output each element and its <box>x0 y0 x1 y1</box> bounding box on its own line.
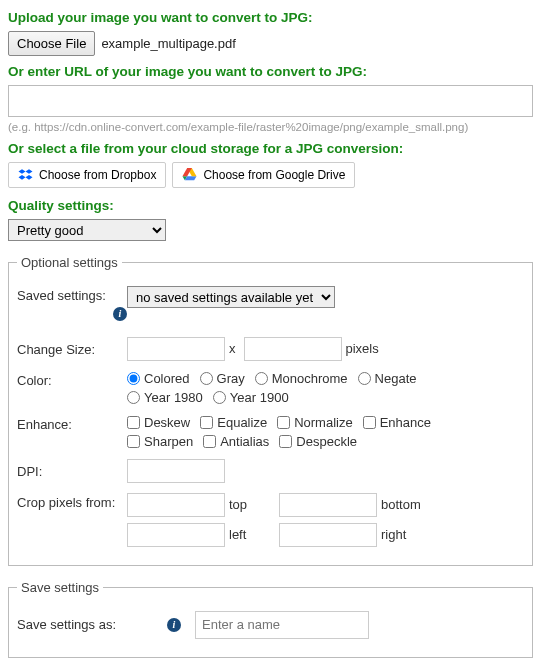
quality-heading: Quality settings: <box>8 198 533 213</box>
size-unit: pixels <box>346 341 379 356</box>
dpi-label: DPI: <box>17 462 127 479</box>
enhance-check-deskew[interactable] <box>127 416 140 429</box>
choose-file-button[interactable]: Choose File <box>8 31 95 56</box>
dropbox-button[interactable]: Choose from Dropbox <box>8 162 166 188</box>
dropbox-button-label: Choose from Dropbox <box>39 168 156 182</box>
url-heading: Or enter URL of your image you want to c… <box>8 64 533 79</box>
enhance-label: Enhance: <box>17 415 127 432</box>
height-input[interactable] <box>244 337 342 361</box>
enhance-check-equalize[interactable] <box>200 416 213 429</box>
crop-bottom-label: bottom <box>381 497 421 512</box>
info-icon[interactable]: i <box>167 618 181 632</box>
quality-select[interactable]: Pretty good <box>8 219 166 241</box>
crop-left-label: left <box>229 527 271 542</box>
save-settings-fieldset: Save settings Save settings as: i <box>8 580 533 658</box>
color-radio-year1900[interactable] <box>213 391 226 404</box>
color-radio-colored[interactable] <box>127 372 140 385</box>
saved-settings-select[interactable]: no saved settings available yet <box>127 286 335 308</box>
color-label: Color: <box>17 371 127 388</box>
gdrive-button[interactable]: Choose from Google Drive <box>172 162 355 188</box>
selected-file-name: example_multipage.pdf <box>101 36 235 51</box>
url-hint: (e.g. https://cdn.online-convert.com/exa… <box>8 121 533 133</box>
enhance-check-group: Deskew Equalize Normalize Enhance Sharpe… <box>127 415 487 449</box>
crop-right-label: right <box>381 527 406 542</box>
save-settings-input[interactable] <box>195 611 369 639</box>
cloud-heading: Or select a file from your cloud storage… <box>8 141 533 156</box>
color-radio-negate[interactable] <box>358 372 371 385</box>
google-drive-icon <box>182 168 197 182</box>
size-separator: x <box>229 341 236 356</box>
color-radio-group: Colored Gray Monochrome Negate Year 1980… <box>127 371 487 405</box>
save-settings-label: Save settings as: <box>17 617 167 632</box>
save-settings-legend: Save settings <box>17 580 103 595</box>
color-radio-gray[interactable] <box>200 372 213 385</box>
dpi-input[interactable] <box>127 459 225 483</box>
enhance-check-despeckle[interactable] <box>279 435 292 448</box>
change-size-label: Change Size: <box>17 340 127 357</box>
url-input[interactable] <box>8 85 533 117</box>
color-radio-year1980[interactable] <box>127 391 140 404</box>
crop-top-label: top <box>229 497 271 512</box>
enhance-check-sharpen[interactable] <box>127 435 140 448</box>
optional-settings-legend: Optional settings <box>17 255 122 270</box>
dropbox-icon <box>18 168 33 182</box>
width-input[interactable] <box>127 337 225 361</box>
crop-bottom-input[interactable] <box>279 493 377 517</box>
crop-left-input[interactable] <box>127 523 225 547</box>
enhance-check-normalize[interactable] <box>277 416 290 429</box>
gdrive-button-label: Choose from Google Drive <box>203 168 345 182</box>
crop-top-input[interactable] <box>127 493 225 517</box>
upload-heading: Upload your image you want to convert to… <box>8 10 533 25</box>
saved-settings-label: Saved settings: <box>17 288 106 303</box>
crop-label: Crop pixels from: <box>17 493 127 510</box>
enhance-check-antialias[interactable] <box>203 435 216 448</box>
enhance-check-enhance[interactable] <box>363 416 376 429</box>
crop-right-input[interactable] <box>279 523 377 547</box>
info-icon[interactable]: i <box>113 307 127 321</box>
color-radio-monochrome[interactable] <box>255 372 268 385</box>
optional-settings-fieldset: Optional settings Saved settings: i no s… <box>8 255 533 566</box>
